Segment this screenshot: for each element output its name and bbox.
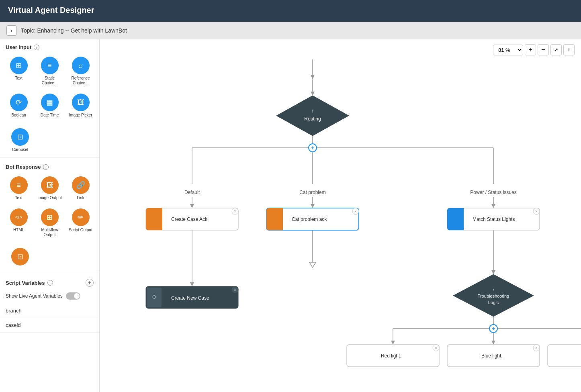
svg-text:×: × xyxy=(354,209,357,214)
user-input-grid: ⊞ Text ≡ Static Choice... ⌕ Reference Ch… xyxy=(0,53,99,125)
user-input-info-icon[interactable]: i xyxy=(34,45,39,50)
bot-response-grid: ≡ Text 🖼 Image Output 🔗 Link </> HTML ⊞ … xyxy=(0,173,99,245)
bot-response-section: Bot Response i xyxy=(0,159,99,173)
script-variables-section: Script Variables i + xyxy=(0,274,99,290)
boolean-icon: ⟳ xyxy=(10,94,28,111)
svg-text:×: × xyxy=(435,346,437,350)
back-button[interactable]: ‹ xyxy=(6,25,17,36)
sidebar-item-carousel[interactable]: ⊡ Carousel xyxy=(4,125,36,155)
sidebar-item-bot-text[interactable]: ≡ Text xyxy=(4,173,33,204)
sidebar-item-html[interactable]: </> HTML xyxy=(4,205,33,241)
zoom-in-button[interactable]: + xyxy=(525,44,536,55)
sidebar-item-datetime[interactable]: ▦ Date Time xyxy=(35,90,64,121)
canvas-area[interactable]: 50 % 75 % 81 % 100 % 125 % 150 % + − ⤢ i xyxy=(100,39,581,392)
svg-marker-31 xyxy=(276,96,349,136)
add-variable-button[interactable]: + xyxy=(86,279,94,287)
carousel-icon: ⊡ xyxy=(11,128,29,146)
text-input-icon: ⊞ xyxy=(10,57,28,74)
svg-text:Create New Case: Create New Case xyxy=(171,295,209,301)
script-output-label: Script Output xyxy=(69,228,92,233)
svg-text:Troubleshooting: Troubleshooting xyxy=(478,294,509,298)
svg-text:+: + xyxy=(311,145,314,151)
bot-response-label: Bot Response xyxy=(6,164,41,170)
svg-marker-18 xyxy=(491,270,495,274)
fit-screen-button[interactable]: ⤢ xyxy=(550,44,562,55)
svg-marker-22 xyxy=(391,341,395,345)
svg-text:Cat problem ack: Cat problem ack xyxy=(292,216,327,222)
user-input-section: User Input i xyxy=(0,39,99,53)
boolean-label: Boolean xyxy=(11,113,26,118)
script-vars-info-icon[interactable]: i xyxy=(47,280,53,286)
svg-text:Create Case Ack: Create Case Ack xyxy=(171,216,208,222)
app-title: Virtual Agent Designer xyxy=(8,6,94,14)
svg-text:×: × xyxy=(234,209,236,214)
svg-text:Routing: Routing xyxy=(304,116,321,122)
link-icon: 🔗 xyxy=(72,176,90,194)
svg-rect-39 xyxy=(156,208,162,230)
svg-text:Default: Default xyxy=(184,190,200,195)
bot-text-label: Text xyxy=(15,196,22,200)
svg-rect-53 xyxy=(457,208,464,230)
svg-text:⬡: ⬡ xyxy=(152,294,156,299)
svg-text:×: × xyxy=(535,209,538,214)
image-output-label: Image Output xyxy=(37,196,62,200)
svg-text:Red light.: Red light. xyxy=(381,353,401,359)
multiflow-label: Multi-flow Output xyxy=(37,228,63,237)
svg-text:Power / Status issues: Power / Status issues xyxy=(470,190,516,195)
show-live-agent-label: Show Live Agent Variables xyxy=(6,293,63,299)
svg-marker-24 xyxy=(491,341,495,345)
svg-text:+: + xyxy=(492,325,495,332)
sidebar-item-image-picker[interactable]: 🖼 Image Picker xyxy=(66,90,95,121)
svg-marker-10 xyxy=(491,204,495,208)
image-picker-label: Image Picker xyxy=(69,113,92,118)
image-output-icon: 🖼 xyxy=(41,176,59,194)
sidebar-item-reference-choice[interactable]: ⌕ Reference Choice... xyxy=(66,53,95,89)
svg-text:■: ■ xyxy=(288,214,290,219)
topic-label: Topic: Enhancing -- Get help with LawnBo… xyxy=(21,27,127,34)
svg-marker-12 xyxy=(311,92,315,96)
app-header: Virtual Agent Designer xyxy=(0,0,581,22)
svg-text:Blue light.: Blue light. xyxy=(481,353,503,359)
info-button[interactable]: i xyxy=(563,44,575,55)
zoom-controls: 50 % 75 % 81 % 100 % 125 % 150 % + − ⤢ i xyxy=(493,44,575,55)
live-agent-toggle[interactable] xyxy=(66,292,80,300)
reference-choice-label: Reference Choice... xyxy=(68,76,94,86)
svg-marker-6 xyxy=(190,204,194,208)
svg-text:■: ■ xyxy=(167,214,170,219)
sidebar-item-image-output[interactable]: 🖼 Image Output xyxy=(35,173,64,204)
html-icon: </> xyxy=(10,208,28,226)
carousel-label: Carousel xyxy=(12,147,28,152)
sidebar-item-static-choice[interactable]: ≡ Static Choice... xyxy=(35,53,64,89)
user-input-label: User Input xyxy=(6,44,31,50)
sidebar-item-script-single[interactable]: ⊡ xyxy=(4,245,36,270)
bot-text-icon: ≡ xyxy=(10,176,28,194)
static-choice-icon: ≡ xyxy=(41,57,59,74)
sidebar-item-script-output[interactable]: ✏ Script Output xyxy=(66,205,95,241)
variable-caseid[interactable]: caseid xyxy=(0,318,99,333)
svg-marker-16 xyxy=(309,262,316,267)
svg-text:Cat problem: Cat problem xyxy=(299,190,325,195)
sidebar-item-boolean[interactable]: ⟳ Boolean xyxy=(4,90,33,121)
variable-branch[interactable]: branch xyxy=(0,304,99,318)
svg-marker-8 xyxy=(311,204,315,208)
sidebar-item-text-input[interactable]: ⊞ Text xyxy=(4,53,33,89)
image-picker-icon: 🖼 xyxy=(72,94,90,111)
sidebar-item-multiflow[interactable]: ⊞ Multi-flow Output xyxy=(35,205,64,241)
script-single-icon: ⊡ xyxy=(11,248,29,265)
sidebar-divider-2 xyxy=(0,272,99,272)
svg-marker-81 xyxy=(311,75,315,80)
sidebar: User Input i ⊞ Text ≡ Static Choice... ⌕… xyxy=(0,39,100,392)
reference-choice-icon: ⌕ xyxy=(72,57,90,74)
breadcrumb-bar: ‹ Topic: Enhancing -- Get help with Lawn… xyxy=(0,22,581,39)
svg-text:⊞: ⊞ xyxy=(468,214,472,219)
static-choice-label: Static Choice... xyxy=(37,76,63,86)
datetime-label: Date Time xyxy=(41,113,59,118)
zoom-select[interactable]: 50 % 75 % 81 % 100 % 125 % 150 % xyxy=(493,45,523,55)
live-agent-row: Show Live Agent Variables xyxy=(0,290,99,304)
link-label: Link xyxy=(77,196,84,200)
sidebar-item-link[interactable]: 🔗 Link xyxy=(66,173,95,204)
bot-response-info-icon[interactable]: i xyxy=(43,164,49,170)
sidebar-divider-1 xyxy=(0,157,99,157)
zoom-out-button[interactable]: − xyxy=(538,44,549,55)
svg-text:↑: ↑ xyxy=(311,108,314,114)
